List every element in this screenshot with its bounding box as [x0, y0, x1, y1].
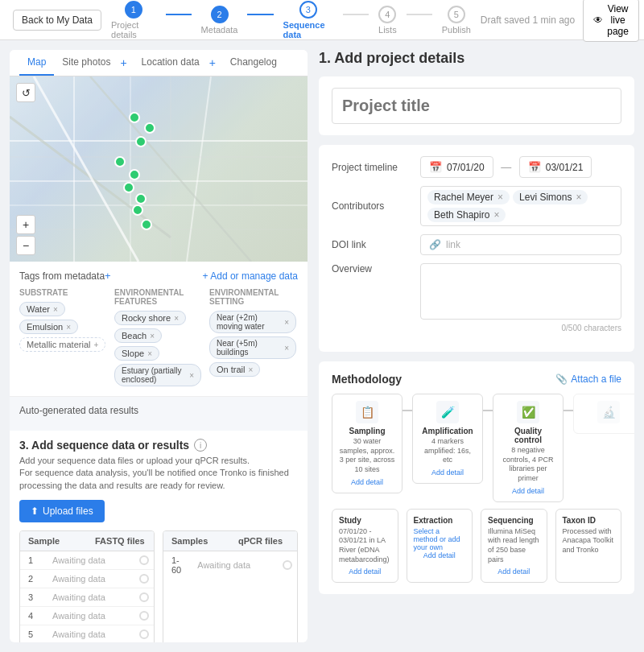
awaiting-data: Awaiting data	[44, 570, 139, 588]
date-separator: —	[498, 161, 514, 173]
remove-estuary-icon[interactable]: ×	[189, 371, 194, 380]
left-panel: Map Site photos + Location data + Change…	[10, 50, 308, 642]
step-3-label: Sequence data	[283, 20, 333, 39]
qpcr-row-label: 1-60	[163, 551, 189, 579]
step-2[interactable]: 2 Metadata	[192, 6, 248, 35]
add-manage-data-button[interactable]: + Add or manage data	[203, 270, 298, 282]
contributors-field[interactable]: Rachel Meyer × Levi Simons × Beth Shapir…	[420, 186, 621, 226]
method-taxon-id: Taxon ID Processed with Anacapa Toolkit …	[555, 509, 622, 583]
contributor-name: Beth Shapiro	[434, 209, 489, 221]
sequencing-add-detail[interactable]: Add detail	[488, 567, 540, 576]
sample-num: 3	[20, 588, 44, 606]
tag-metallic-plus[interactable]: +	[93, 340, 98, 349]
end-date-field[interactable]: 📅 03/01/21	[519, 156, 592, 178]
status-dot	[139, 592, 149, 602]
awaiting-data: Awaiting data	[44, 625, 139, 642]
status-dot	[139, 555, 149, 565]
remove-water-icon2[interactable]: ×	[284, 318, 289, 327]
step-4-label: Lists	[378, 25, 397, 35]
table-row: 2 Awaiting data	[20, 570, 154, 588]
contributor-name: Levi Simons	[519, 192, 572, 203]
tag-beach: Beach ×	[114, 328, 162, 343]
sequencing-desc: Illumina MiSeq with read length of 250 b…	[488, 527, 540, 565]
amplification-desc: 4 markers amplified: 16s, etc	[419, 437, 476, 465]
qpcr-table-row: 1-60 Awaiting data	[163, 551, 297, 579]
tab-location-data[interactable]: Location data	[134, 50, 208, 76]
paperclip-icon: 📎	[555, 373, 568, 385]
method-sampling: 📋 Sampling 30 water samples, approx. 3 p…	[332, 394, 402, 493]
steps-nav: 1 Project details 2 Metadata 3 Sequence …	[101, 1, 481, 39]
map-background: ↺ + −	[10, 76, 308, 262]
remove-levi-icon[interactable]: ×	[576, 192, 581, 203]
tab-map[interactable]: Map	[19, 50, 54, 76]
seq-info-icon[interactable]: i	[194, 439, 207, 452]
map-roads-svg	[10, 76, 308, 262]
overview-textarea[interactable]	[420, 263, 621, 320]
back-button[interactable]: Back to My Data	[13, 10, 101, 31]
zoom-out-button[interactable]: −	[16, 236, 35, 255]
connector-1-2	[166, 14, 192, 15]
extraction-add-detail[interactable]: Add detail	[414, 551, 466, 559]
step-3[interactable]: 3 Sequence data	[274, 1, 343, 39]
map-pin	[135, 136, 147, 147]
start-date-field[interactable]: 📅 07/01/20	[420, 156, 493, 178]
sampling-icon: 📋	[356, 401, 378, 423]
awaiting-data: Awaiting data	[44, 588, 139, 606]
amplification-add-detail[interactable]: Add detail	[419, 468, 476, 477]
view-live-button[interactable]: 👁 View live page	[583, 0, 639, 42]
remove-rachel-icon[interactable]: ×	[497, 192, 503, 203]
extraction-name: Extraction	[414, 516, 466, 525]
remove-beach-icon[interactable]: ×	[150, 332, 155, 340]
substrate-column: SUBSTRATE Water × Emulsion × Metallic ma…	[19, 288, 108, 388]
add-site-photo-icon[interactable]: +	[120, 56, 126, 69]
start-date: 07/01/20	[447, 162, 485, 173]
quality-control-add-detail[interactable]: Add detail	[500, 487, 556, 495]
env-features-column: ENVIRONMENTAL FEATURES Rocky shore × Bea…	[114, 288, 203, 388]
add-location-data-icon[interactable]: +	[209, 56, 216, 69]
draft-status: Draft saved 1 min ago	[481, 14, 575, 26]
project-title-input[interactable]	[332, 88, 621, 124]
tag-near-water: Near (+2m) moving water ×	[209, 311, 296, 333]
extraction-link[interactable]: Select a method or add your own	[414, 527, 466, 551]
remove-buildings-icon[interactable]: ×	[284, 344, 289, 353]
project-title-card	[319, 76, 634, 135]
remove-slope-icon[interactable]: ×	[147, 349, 152, 358]
timeline-value: 📅 07/01/20 — 📅 03/01/21	[420, 156, 621, 178]
add-tag-button[interactable]: +	[105, 270, 111, 282]
map-rotate-button[interactable]: ↺	[16, 83, 35, 102]
method-extra-1: 🔬	[573, 394, 634, 434]
tab-changelog[interactable]: Changelog	[222, 50, 285, 76]
remove-water-icon[interactable]: ×	[53, 305, 58, 314]
qpcr-table-header: Samples qPCR files	[163, 531, 297, 551]
step-5[interactable]: 5 Publish	[432, 6, 481, 35]
doi-field[interactable]: 🔗 link	[420, 234, 621, 255]
step-1[interactable]: 1 Project details	[101, 1, 165, 39]
contributor-name: Rachel Meyer	[434, 192, 493, 203]
qpcr-status-dot	[283, 560, 292, 570]
tag-metallic: Metallic material +	[19, 337, 105, 352]
tag-emulsion: Emulsion ×	[19, 320, 78, 334]
status-dot	[139, 574, 149, 584]
doi-row: DOI link 🔗 link	[332, 234, 621, 255]
tag-near-buildings: Near (+5m) buildings ×	[209, 336, 296, 359]
map-pin	[129, 169, 140, 180]
methodology-title: Methodology	[332, 373, 402, 386]
remove-beth-icon[interactable]: ×	[493, 209, 499, 221]
seq-section-header: 3. Add sequence data or results i	[19, 439, 298, 452]
seq-section: 3. Add sequence data or results i Add yo…	[10, 431, 308, 642]
attach-file-button[interactable]: 📎 Attach a file	[555, 373, 621, 385]
sampling-add-detail[interactable]: Add detail	[339, 478, 395, 486]
zoom-in-button[interactable]: +	[16, 215, 35, 234]
study-add-detail[interactable]: Add detail	[339, 567, 391, 576]
step-4[interactable]: 4 Lists	[369, 6, 407, 35]
project-details-card: Project timeline 📅 07/01/20 — 📅 03/01/21	[319, 145, 634, 352]
remove-rocky-icon[interactable]: ×	[174, 314, 179, 323]
tab-site-photos[interactable]: Site photos	[54, 50, 118, 76]
timeline-row: Project timeline 📅 07/01/20 — 📅 03/01/21	[332, 156, 621, 178]
method-flow: 📋 Sampling 30 water samples, approx. 3 p…	[332, 394, 621, 502]
step-1-num: 1	[125, 1, 142, 19]
remove-emulsion-icon[interactable]: ×	[66, 323, 71, 332]
upload-files-button[interactable]: ⬆ Upload files	[19, 500, 105, 522]
env-setting-title: ENVIRONMENTAL SETTING	[209, 288, 298, 306]
remove-trail-icon[interactable]: ×	[248, 365, 253, 374]
